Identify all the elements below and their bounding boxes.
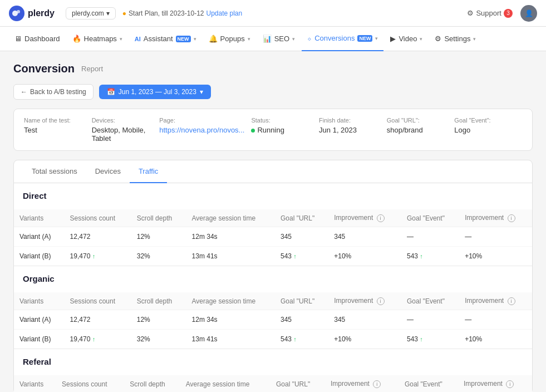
nav-item-settings[interactable]: ⚙ Settings ▾	[429, 27, 481, 51]
th-goal-url-referal: Goal "URL"	[270, 375, 325, 392]
section-direct: Direct Variants Sessions count Scroll de…	[14, 183, 532, 266]
domain-chevron: ▾	[106, 9, 110, 17]
cell-goal-event: 543 ↑	[401, 330, 459, 349]
back-arrow-icon: ←	[21, 88, 27, 96]
info-label-goal-url: Goal "URL":	[387, 117, 448, 124]
cell-scroll: 32%	[131, 330, 186, 349]
info-col-status: Status: Running	[251, 117, 319, 143]
info-col-finish-date: Finish date: Jun 1, 2023	[319, 117, 387, 143]
seo-icon: 📊	[263, 35, 272, 43]
arrow-up-icon: ↑	[92, 253, 96, 259]
th-goal-event-referal: Goal "Event"	[399, 375, 458, 392]
direct-table: Variants Sessions count Scroll depth Ave…	[14, 209, 532, 266]
info-col-test-name: Name of the test: Test	[24, 117, 92, 143]
support-button[interactable]: ⚙ Support 3	[467, 9, 513, 18]
arrow-up-icon: ↑	[420, 336, 423, 342]
info-icon-improvement1-organic: i	[377, 297, 385, 305]
domain-value: plerdy.com	[72, 9, 104, 17]
cell-scroll: 12%	[131, 310, 186, 330]
user-avatar[interactable]: 👤	[520, 5, 537, 22]
nav-item-popups[interactable]: 🔔 Popups ▾	[203, 27, 256, 51]
date-range-button[interactable]: 📅 Jun 1, 2023 — Jul 3, 2023 ▾	[99, 85, 211, 99]
info-icon-improvement1-direct: i	[377, 214, 385, 222]
conversions-icon: ⬦	[307, 34, 312, 42]
info-label-test-name: Name of the test:	[24, 117, 85, 124]
th-improvement2-referal: Improvement i	[458, 375, 532, 392]
cell-scroll: 12%	[131, 227, 186, 247]
main-nav: 🖥 Dashboard 🔥 Heatmaps ▾ AI Assistant NE…	[0, 27, 546, 51]
assistant-icon: AI	[135, 36, 141, 42]
popups-icon: 🔔	[209, 35, 218, 43]
back-button[interactable]: ← Back to A/B testing	[13, 84, 94, 100]
cell-improvement2: +10%	[459, 330, 532, 349]
cell-sessions: 19,470 ↑	[65, 247, 131, 266]
info-value-page[interactable]: https://novena.pro/novos...	[159, 126, 244, 134]
cell-scroll: 32%	[131, 247, 186, 266]
update-plan-link[interactable]: Update plan	[206, 9, 242, 17]
cell-improvement1: 345	[328, 227, 401, 247]
th-improvement1-direct: Improvement i	[328, 209, 401, 227]
table-row: Variant (A) 12,472 12% 12m 34s 345 345 —…	[14, 227, 532, 247]
cell-improvement1: +10%	[328, 247, 401, 266]
page-link[interactable]: https://novena.pro/novos...	[159, 126, 244, 134]
info-icon-improvement2-direct: i	[508, 214, 515, 222]
domain-selector[interactable]: plerdy.com ▾	[66, 7, 116, 19]
th-goal-event-direct: Goal "Event"	[401, 209, 459, 227]
status-indicator	[251, 129, 255, 133]
table-row: Variant (B) 19,470 ↑ 32% 13m 41s 543 ↑ +…	[14, 330, 532, 349]
nav-item-video[interactable]: ▶ Video ▾	[385, 27, 428, 51]
arrow-up-icon: ↑	[92, 336, 96, 342]
cell-avg-time: 13m 41s	[186, 247, 275, 266]
actions-row: ← Back to A/B testing 📅 Jun 1, 2023 — Ju…	[13, 84, 533, 100]
conversions-badge: NEW	[357, 35, 372, 42]
section-direct-heading-row: Direct	[14, 183, 532, 209]
info-value-finish-date: Jun 1, 2023	[319, 126, 380, 134]
nav-label-seo: SEO	[274, 35, 289, 43]
conversions-chevron: ▾	[375, 36, 378, 41]
nav-item-dashboard[interactable]: 🖥 Dashboard	[9, 27, 66, 51]
nav-item-seo[interactable]: 📊 SEO ▾	[257, 27, 301, 51]
nav-label-dashboard: Dashboard	[24, 35, 60, 43]
info-value-devices: Desktop, Mobile, Tablet	[92, 126, 153, 143]
page-header: Conversion Report	[13, 62, 533, 75]
nav-label-video: Video	[399, 35, 417, 43]
nav-item-conversions[interactable]: ⬦ Conversions NEW ▾	[302, 27, 383, 51]
nav-item-assistant[interactable]: AI Assistant NEW ▾	[129, 27, 202, 51]
page-content: Conversion Report ← Back to A/B testing …	[0, 51, 546, 392]
th-scroll-referal: Scroll depth	[124, 375, 180, 392]
th-goal-event-organic: Goal "Event"	[401, 292, 459, 310]
section-referal-title: Referal	[23, 357, 523, 366]
cell-goal-event: 543 ↑	[401, 247, 459, 266]
page-breadcrumb: Report	[81, 65, 103, 73]
info-label-devices: Devices:	[92, 117, 153, 124]
table-row: Variant (B) 19,470 ↑ 32% 13m 41s 543 ↑ +…	[14, 247, 532, 266]
nav-label-heatmaps: Heatmaps	[84, 35, 117, 43]
section-organic: Organic Variants Sessions count Scroll d…	[14, 266, 532, 349]
tabs-row: Total sessions Devices Traffic	[14, 160, 532, 183]
section-direct-title: Direct	[23, 191, 523, 200]
nav-label-settings: Settings	[444, 35, 470, 43]
topbar: plerdy plerdy.com ▾ ● Start Plan, till 2…	[0, 0, 546, 27]
cell-goal-url: 345	[275, 227, 328, 247]
tab-total-sessions[interactable]: Total sessions	[23, 160, 86, 183]
data-card: Total sessions Devices Traffic Direct Va…	[13, 160, 533, 392]
tab-traffic[interactable]: Traffic	[130, 160, 167, 183]
nav-label-conversions: Conversions	[314, 34, 355, 42]
tab-devices[interactable]: Devices	[86, 160, 130, 183]
th-sessions-direct: Sessions count	[65, 209, 131, 227]
th-improvement1-organic: Improvement i	[328, 292, 401, 310]
nav-label-popups: Popups	[220, 35, 245, 43]
support-count: 3	[504, 9, 513, 18]
organic-table: Variants Sessions count Scroll depth Ave…	[14, 292, 532, 349]
svg-point-1	[17, 10, 20, 13]
nav-item-heatmaps[interactable]: 🔥 Heatmaps ▾	[67, 27, 128, 51]
cell-improvement2: —	[459, 310, 532, 330]
info-value-status: Running	[251, 126, 312, 134]
plan-dot: ●	[122, 9, 126, 17]
arrow-up-icon: ↑	[293, 253, 297, 259]
brand-logo[interactable]: plerdy	[9, 6, 55, 21]
th-improvement1-referal: Improvement i	[325, 375, 399, 392]
info-col-goal-event: Goal "Event": Logo	[454, 117, 522, 143]
cell-improvement1: +10%	[328, 330, 401, 349]
video-chevron: ▾	[420, 36, 422, 42]
